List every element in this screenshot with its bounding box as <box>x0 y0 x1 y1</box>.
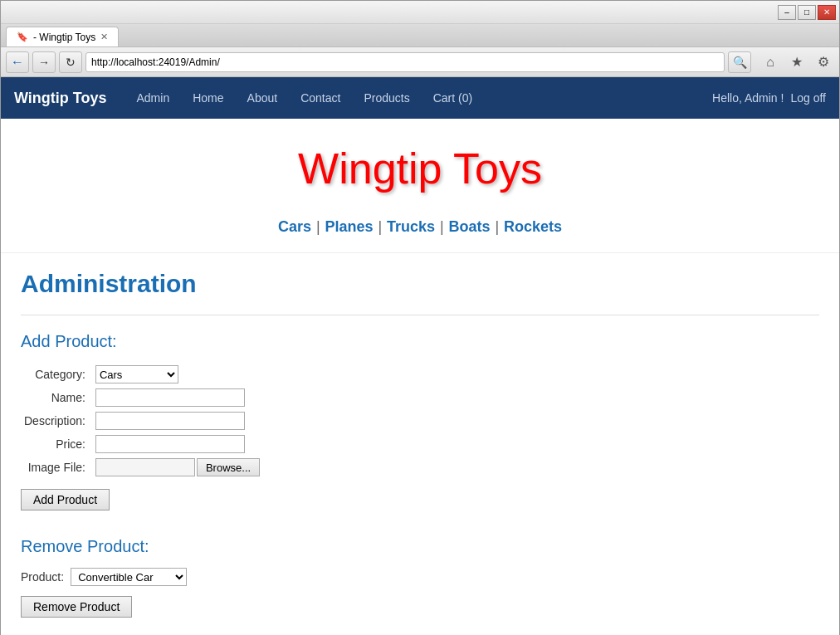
navbar-link-home[interactable]: Home <box>183 88 233 108</box>
form-row-price: Price: <box>21 432 263 456</box>
refresh-button[interactable]: ↻ <box>59 51 82 73</box>
home-icon[interactable]: ⌂ <box>759 51 781 73</box>
remove-section: Remove Product: Product: Convertible Car… <box>21 537 819 635</box>
browser-toolbar: ← → ↻ 🔍 ⌂ ★ ⚙ <box>1 47 839 77</box>
tab-bar: 🔖 - Wingtip Toys ✕ <box>1 24 839 47</box>
product-select[interactable]: Convertible Car Plane Truck Boat Rocket <box>71 568 187 586</box>
search-button[interactable]: 🔍 <box>728 51 751 73</box>
description-label: Description: <box>21 409 92 432</box>
category-rockets[interactable]: Rockets <box>504 218 562 235</box>
settings-icon[interactable]: ⚙ <box>813 51 834 73</box>
category-cars[interactable]: Cars <box>278 218 311 235</box>
navbar-link-contact[interactable]: Contact <box>291 88 350 108</box>
form-row-name: Name: <box>21 386 263 409</box>
sep-1: | <box>316 218 320 235</box>
add-product-heading: Add Product: <box>21 332 819 351</box>
admin-heading: Administration <box>21 270 819 298</box>
navbar-link-admin[interactable]: Admin <box>127 88 180 108</box>
content-area: Administration Add Product: Category: Ca… <box>1 253 839 635</box>
sep-2: | <box>378 218 382 235</box>
remove-product-button[interactable]: Remove Product <box>21 596 132 618</box>
close-button[interactable]: ✕ <box>818 5 836 20</box>
tab-favicon: 🔖 <box>17 32 28 42</box>
navbar-link-about[interactable]: About <box>237 88 288 108</box>
titlebar-buttons: – □ ✕ <box>778 5 836 20</box>
category-boats[interactable]: Boats <box>449 218 491 235</box>
active-tab[interactable]: 🔖 - Wingtip Toys ✕ <box>6 27 119 46</box>
toolbar-icons: ⌂ ★ ⚙ <box>759 51 834 73</box>
category-trucks[interactable]: Trucks <box>387 218 435 235</box>
navbar: Wingtip Toys Admin Home About Contact Pr… <box>1 77 839 119</box>
price-input[interactable] <box>95 435 245 453</box>
file-input-wrapper: Browse... <box>95 458 260 476</box>
address-bar[interactable] <box>85 52 725 72</box>
category-select[interactable]: Cars Planes Trucks Boats Rockets <box>95 365 178 383</box>
navbar-brand[interactable]: Wingtip Toys <box>14 90 107 107</box>
maximize-button[interactable]: □ <box>798 5 816 20</box>
minimize-button[interactable]: – <box>778 5 796 20</box>
browser-window: – □ ✕ 🔖 - Wingtip Toys ✕ ← → ↻ 🔍 ⌂ ★ ⚙ W… <box>0 0 840 635</box>
section-divider-top <box>21 315 819 315</box>
new-tab-area[interactable] <box>119 27 152 46</box>
navbar-link-cart[interactable]: Cart (0) <box>423 88 482 108</box>
name-label: Name: <box>21 386 92 409</box>
main-area: Wingtip Toys Cars | Planes | Trucks | Bo… <box>1 119 839 635</box>
add-product-button[interactable]: Add Product <box>21 489 110 510</box>
navbar-right: Hello, Admin ! Log off <box>712 91 826 105</box>
product-select-wrapper: Product: Convertible Car Plane Truck Boa… <box>21 568 819 586</box>
add-product-form: Category: Cars Planes Trucks Boats Rocke… <box>21 363 263 479</box>
description-input[interactable] <box>95 412 245 430</box>
navbar-link-products[interactable]: Products <box>354 88 419 108</box>
category-links: Cars | Planes | Trucks | Boats | Rockets <box>1 210 839 253</box>
form-row-image: Image File: Browse... <box>21 456 263 479</box>
image-file-label: Image File: <box>21 456 92 479</box>
tab-title: - Wingtip Toys <box>33 32 95 43</box>
sep-3: | <box>440 218 444 235</box>
form-row-category: Category: Cars Planes Trucks Boats Rocke… <box>21 363 263 386</box>
remove-product-heading: Remove Product: <box>21 537 819 556</box>
favorites-icon[interactable]: ★ <box>786 51 808 73</box>
price-label: Price: <box>21 432 92 456</box>
logoff-link[interactable]: Log off <box>790 91 826 105</box>
name-input[interactable] <box>95 388 245 407</box>
hello-text: Hello, Admin ! <box>712 91 784 105</box>
forward-button[interactable]: → <box>32 51 56 73</box>
product-label: Product: <box>21 570 64 584</box>
back-button[interactable]: ← <box>6 51 29 73</box>
file-text-field[interactable] <box>95 458 195 476</box>
sep-4: | <box>495 218 499 235</box>
banner-title: Wingtip Toys <box>298 144 542 193</box>
banner: Wingtip Toys <box>1 119 839 210</box>
tab-close-icon[interactable]: ✕ <box>100 32 108 42</box>
form-row-description: Description: <box>21 409 263 432</box>
browser-titlebar: – □ ✕ <box>1 1 839 24</box>
navbar-links: Admin Home About Contact Products Cart (… <box>127 88 713 108</box>
category-planes[interactable]: Planes <box>325 218 373 235</box>
browse-button[interactable]: Browse... <box>197 458 260 476</box>
category-label: Category: <box>21 363 92 386</box>
page-content: Wingtip Toys Admin Home About Contact Pr… <box>1 77 839 635</box>
